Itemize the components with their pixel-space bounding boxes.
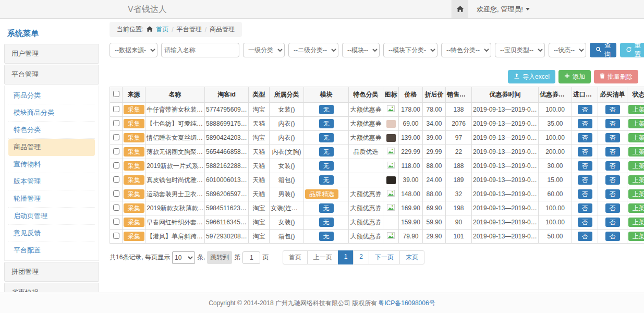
sidebar-group[interactable]: 平台管理 bbox=[4, 65, 99, 85]
import-toggle-badge[interactable]: 否 bbox=[578, 203, 592, 213]
row-checkbox[interactable] bbox=[113, 120, 119, 126]
discount-price-cell: 59.90 bbox=[423, 215, 446, 230]
coupon-time-cell: 2019-09-13—2019-09-17 bbox=[472, 145, 539, 159]
import-toggle-badge[interactable]: 否 bbox=[578, 218, 592, 227]
status-badge[interactable]: 上架 bbox=[628, 161, 644, 171]
page-button[interactable]: 1 bbox=[338, 250, 354, 264]
import-toggle-badge[interactable]: 否 bbox=[578, 161, 592, 171]
row-checkbox[interactable] bbox=[113, 134, 119, 140]
sidebar-subitem[interactable]: 商品分类 bbox=[8, 87, 95, 104]
status-badge[interactable]: 上架 bbox=[628, 119, 644, 128]
must-buy-toggle-badge[interactable]: 否 bbox=[605, 232, 620, 241]
sidebar-subitem[interactable]: 商品管理 bbox=[8, 139, 95, 156]
sidebar-group[interactable]: 用户管理 bbox=[4, 44, 99, 64]
status-badge[interactable]: 上架 bbox=[628, 203, 644, 213]
must-buy-toggle-badge[interactable]: 否 bbox=[605, 161, 620, 171]
import-toggle-badge[interactable]: 否 bbox=[578, 147, 592, 156]
coupon-time-cell: 2019-09-13—2019-09-20 bbox=[472, 173, 539, 187]
page-button[interactable]: 下一页 bbox=[369, 250, 400, 264]
status-badge[interactable]: 上架 bbox=[628, 147, 644, 156]
home-button[interactable] bbox=[452, 0, 468, 18]
filter-select[interactable]: --数据来源-- bbox=[110, 43, 157, 57]
import-toggle-badge[interactable]: 否 bbox=[578, 189, 592, 199]
filter-select[interactable]: --宝贝类型-- bbox=[495, 43, 545, 57]
import-toggle-badge[interactable]: 否 bbox=[578, 119, 592, 128]
import-flag-cell: 否 bbox=[572, 159, 598, 173]
must-buy-toggle-badge[interactable]: 否 bbox=[605, 189, 620, 199]
filter-select[interactable]: 一级分类 bbox=[243, 43, 285, 57]
source-badge: 采集 bbox=[124, 105, 144, 114]
sidebar-group[interactable]: 省惠快报 bbox=[4, 283, 99, 292]
import-toggle-badge[interactable]: 否 bbox=[578, 105, 592, 114]
filter-select[interactable]: --模块下分类-- bbox=[383, 43, 438, 57]
must-buy-toggle-badge[interactable]: 否 bbox=[605, 119, 620, 128]
page-button[interactable]: 上一页 bbox=[307, 250, 338, 264]
column-header: 进口优选 bbox=[572, 87, 598, 103]
icp-link[interactable]: 粤ICP备16098006号 bbox=[378, 299, 435, 308]
row-checkbox[interactable] bbox=[113, 162, 119, 168]
page-button[interactable]: 末页 bbox=[399, 250, 424, 264]
page-button[interactable]: 2 bbox=[353, 250, 369, 264]
module-cell: 无 bbox=[304, 173, 349, 187]
page-size-select[interactable]: 10 bbox=[172, 251, 195, 264]
filter-select[interactable]: --状态-- bbox=[549, 43, 586, 57]
must-buy-toggle-badge[interactable]: 否 bbox=[605, 203, 620, 213]
status-badge[interactable]: 上架 bbox=[628, 232, 644, 241]
filter-select[interactable]: --二级分类-- bbox=[288, 43, 338, 57]
name-search-input[interactable] bbox=[161, 43, 239, 57]
select-all-checkbox[interactable] bbox=[113, 91, 119, 97]
must-buy-toggle-badge[interactable]: 否 bbox=[605, 218, 620, 227]
discount-price-cell: 88.00 bbox=[423, 187, 446, 201]
coupon-amount-cell: 100.00 bbox=[539, 103, 572, 117]
sidebar-subitem[interactable]: 意见反馈 bbox=[8, 225, 95, 242]
discount-price-cell: 34.00 bbox=[423, 117, 446, 131]
status-badge[interactable]: 上架 bbox=[628, 218, 644, 227]
import-toggle-badge[interactable]: 否 bbox=[578, 133, 592, 142]
coupon-time-cell: 2019-09-13—2019-09-20 bbox=[472, 131, 539, 145]
row-checkbox[interactable] bbox=[113, 190, 119, 197]
status-badge[interactable]: 上架 bbox=[628, 133, 644, 142]
row-checkbox[interactable] bbox=[113, 219, 119, 225]
filter-select[interactable]: --特色分类-- bbox=[441, 43, 491, 57]
product-name-cell: 2019新款一片式系... bbox=[145, 159, 205, 173]
status-badge[interactable]: 上架 bbox=[628, 189, 644, 199]
sidebar-subitem[interactable]: 宣传物料 bbox=[8, 156, 95, 173]
module-cell: 无 bbox=[304, 103, 349, 117]
page-number-input[interactable] bbox=[242, 251, 260, 264]
sidebar-subitem[interactable]: 平台配置 bbox=[8, 242, 95, 259]
row-checkbox[interactable] bbox=[113, 106, 119, 112]
user-menu[interactable]: 欢迎您, 管理员! bbox=[477, 5, 530, 14]
breadcrumb-home-link[interactable]: 首页 bbox=[156, 25, 168, 34]
sidebar-subitem[interactable]: 轮播管理 bbox=[8, 190, 95, 208]
must-buy-toggle-badge[interactable]: 否 bbox=[605, 133, 620, 142]
sidebar-subitem[interactable]: 特色分类 bbox=[8, 122, 95, 139]
filter-select[interactable]: --模块-- bbox=[342, 43, 380, 57]
sidebar-subitem[interactable]: 版本管理 bbox=[8, 173, 95, 190]
column-header: 类型 bbox=[249, 87, 270, 103]
must-buy-toggle-badge[interactable]: 否 bbox=[605, 147, 620, 156]
source-badge: 采集 bbox=[124, 161, 144, 171]
status-badge[interactable]: 上架 bbox=[628, 105, 644, 114]
must-buy-toggle-badge[interactable]: 否 bbox=[605, 105, 620, 114]
must-buy-toggle-badge[interactable]: 否 bbox=[605, 175, 620, 185]
status-badge[interactable]: 上架 bbox=[628, 175, 644, 185]
import-toggle-badge[interactable]: 否 bbox=[578, 232, 592, 241]
jump-button[interactable]: 跳转到 bbox=[207, 251, 232, 264]
page-button[interactable]: 首页 bbox=[283, 250, 308, 264]
sidebar-subitem[interactable]: 模块商品分类 bbox=[8, 104, 95, 122]
sidebar-group[interactable]: 拼团管理 bbox=[4, 262, 99, 282]
sidebar-subitem[interactable]: 启动页管理 bbox=[8, 208, 95, 225]
batch-delete-button[interactable]: 批量删除 bbox=[594, 70, 638, 83]
import-toggle-badge[interactable]: 否 bbox=[578, 175, 592, 185]
row-checkbox[interactable] bbox=[113, 204, 119, 211]
row-checkbox[interactable] bbox=[113, 176, 119, 183]
reset-button[interactable]: 重置 bbox=[620, 43, 644, 57]
row-checkbox[interactable] bbox=[113, 148, 119, 154]
row-checkbox[interactable] bbox=[113, 233, 119, 239]
import-excel-button[interactable]: 导入excel bbox=[508, 70, 555, 83]
chevron-down-icon bbox=[526, 8, 530, 10]
type-cell: 天猫 bbox=[249, 145, 270, 159]
source-badge: 采集 bbox=[124, 232, 144, 241]
add-button[interactable]: 添加 bbox=[558, 70, 591, 83]
search-button[interactable]: 查询 bbox=[590, 43, 616, 57]
